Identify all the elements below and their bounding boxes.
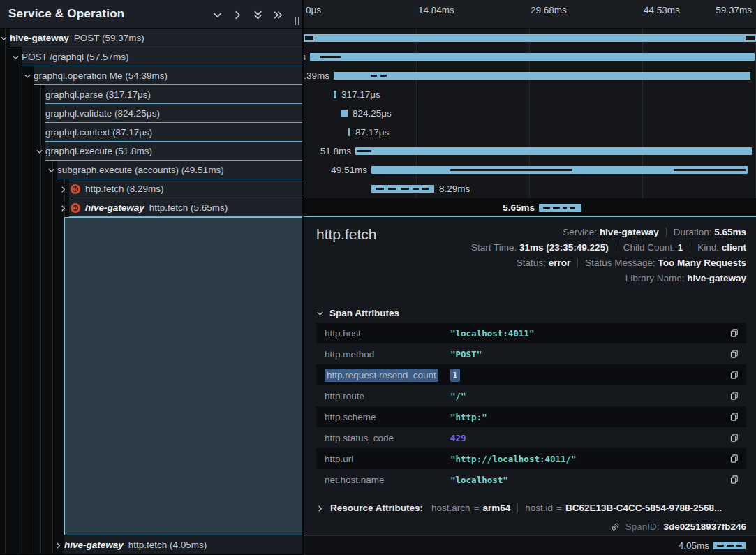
timeline-row[interactable]: 57.57ms [304,47,756,66]
span-bar[interactable] [713,542,746,549]
span-bar[interactable] [304,34,756,42]
bar-self-time-segment [736,545,742,547]
tree-row[interactable]: graphql.context (87.17μs) [0,123,302,142]
tree-row[interactable]: http.fetch (8.29ms) [0,179,302,198]
span-meta-line: Status: errorStatus Message: Too Many Re… [471,256,746,271]
span-bar[interactable] [341,110,348,117]
span-operation-label: http.fetch (5.65ms) [149,202,228,213]
link-icon[interactable] [610,521,621,532]
error-icon [71,184,80,194]
span-bar[interactable] [348,128,350,136]
bar-self-time-segment [357,150,371,152]
chevron-down-icon[interactable] [12,53,20,61]
chevron-right-icon [316,504,324,512]
copy-icon[interactable] [725,367,743,383]
attribute-value: 1 [450,370,725,380]
copy-icon[interactable] [725,388,743,404]
timeline-row[interactable]: 49.51ms [304,161,756,179]
timeline-row[interactable]: 8.29ms [304,179,756,198]
chevron-right-icon[interactable] [232,9,244,21]
tree-row-content: graphql.parse (317.17μs) [45,85,151,104]
copy-icon[interactable] [725,430,743,445]
span-meta-line: Start Time: 31ms (23:35:49.225)Child Cou… [471,240,746,256]
error-icon [71,203,80,213]
bar-self-time-segment [388,188,396,190]
timeline-row[interactable]: 5.65ms [304,198,756,217]
span-attributes-header[interactable]: Span Attributes [316,308,399,318]
tree-row[interactable]: POST /graphql (57.57ms) [0,47,302,66]
tree-header: Service & Operation [0,0,302,29]
panel-resize-handle[interactable] [294,17,300,27]
bar-duration-label: 57.57ms [304,47,306,66]
span-service-name: hive-gateway [85,202,144,213]
tree-row[interactable]: graphql.parse (317.17μs) [0,85,302,104]
copy-icon[interactable] [725,346,743,362]
span-bar[interactable] [334,91,336,98]
meta-label: Start Time: [471,242,519,253]
timeline-row[interactable]: 317.17μs [304,85,756,104]
timeline-row-bottom[interactable]: 4.05ms [304,535,756,554]
tree-row[interactable]: graphql.execute (51.8ms) [0,142,302,161]
meta-label: Service: [563,227,600,237]
tree-row[interactable]: subgraph.execute (accounts) (49.51ms) [0,161,302,179]
copy-icon[interactable] [725,409,743,424]
resource-value: BC62E13B-C4CC-5854-9788-2568... [565,503,722,513]
timeline-tick: 14.84ms [418,5,454,15]
tree-row[interactable]: graphql.validate (824.25μs) [0,104,302,123]
selected-text: 1 [450,369,460,382]
collapse-all-icon[interactable] [252,9,264,21]
chevron-down-icon[interactable] [212,9,223,21]
resource-attributes-row[interactable]: Resource Attributes: host.arch=arm64host… [316,498,746,517]
meta-value: Too Many Requests [658,258,746,268]
span-bar[interactable] [539,204,581,212]
attribute-row: http.scheme"http:" [316,406,746,427]
timeline-row[interactable]: 54.39ms [304,66,756,85]
attribute-key: http.route [316,391,450,401]
chevron-right-icon[interactable] [59,204,67,212]
tree-indent-gutter [0,123,45,142]
chevron-down-icon[interactable] [36,147,43,155]
span-bar[interactable] [310,53,755,61]
copy-icon[interactable] [725,472,743,487]
tree-row[interactable]: hive-gatewayPOST (59.37ms) [0,29,302,47]
chevron-down-icon[interactable] [47,166,55,174]
copy-icon[interactable] [725,451,743,466]
span-bar[interactable] [334,72,750,80]
attribute-row: http.status_code429 [316,427,746,448]
attribute-key: http.method [316,349,450,360]
timeline-tick: 44.53ms [644,5,680,15]
chevron-down-icon[interactable] [0,34,8,42]
span-detail-panel: http.fetch Service: hive-gatewayDuration… [304,217,756,535]
tree-row[interactable]: hive-gatewayhttp.fetch (5.65ms) [0,198,302,217]
meta-divider [616,243,616,252]
attribute-value: "localhost:4011" [450,328,725,339]
span-attributes-table: http.host"localhost:4011"http.method"POS… [316,323,746,490]
tree-row-content: graphql.execute (51.8ms) [45,142,152,161]
timeline-row[interactable] [304,29,756,47]
selected-span-expanded-region [0,217,302,535]
meta-label: Duration: [674,227,715,237]
meta-label: Kind: [697,242,722,253]
chevron-down-icon[interactable] [24,72,31,80]
timeline-row[interactable]: 51.8ms [304,142,756,161]
tree-row-bottom[interactable]: hive-gatewayhttp.fetch (4.05ms) [0,535,302,554]
timeline-header: 0μs14.84ms29.68ms44.53ms59.37ms [304,0,756,29]
resource-value: arm64 [482,503,510,513]
bar-self-time-segment [450,169,572,171]
span-bar[interactable] [371,185,434,193]
span-operation-label: http.fetch (8.29ms) [85,184,164,194]
attribute-key: http.host [316,328,450,339]
chevron-right-icon[interactable] [54,541,62,549]
trace-viewer: Service & Operation hive-gatewayPOST (59… [0,0,756,555]
span-bar[interactable] [355,147,752,155]
timeline-row[interactable]: 824.25μs [304,104,756,123]
attribute-row: http.url"http://localhost:4011/" [316,448,746,469]
chevron-right-icon[interactable] [59,185,67,193]
expand-all-icon[interactable] [272,9,284,21]
meta-label: Child Count: [623,242,678,253]
timeline-row[interactable]: 87.17μs [304,123,756,142]
span-bar[interactable] [371,166,748,174]
tree-row[interactable]: graphql.operation Me (54.39ms) [0,66,302,85]
bar-self-time-segment [717,545,724,547]
copy-icon[interactable] [725,325,743,341]
